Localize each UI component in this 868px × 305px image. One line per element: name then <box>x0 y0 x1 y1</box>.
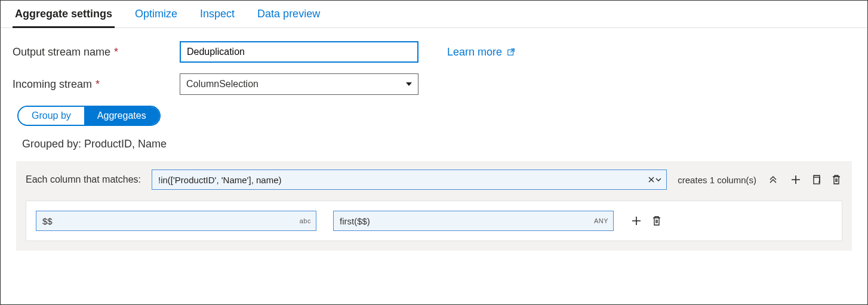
collapse-icon[interactable] <box>767 174 779 186</box>
svg-rect-1 <box>814 177 820 184</box>
incoming-stream-select[interactable]: ColumnSelection <box>180 73 418 95</box>
copy-icon[interactable] <box>810 174 822 186</box>
clear-dropdown-icon[interactable] <box>648 177 661 183</box>
type-tag-any: ANY <box>594 217 608 224</box>
required-asterisk: * <box>114 46 118 58</box>
match-row: Each column that matches: !in(['ProductI… <box>26 170 842 190</box>
column-mapping-row: $$ abc first($$) ANY <box>26 201 842 241</box>
incoming-stream-label: Incoming stream* <box>13 78 180 91</box>
required-asterisk: * <box>96 78 100 90</box>
output-stream-row: Output stream name* Learn more <box>13 41 855 63</box>
incoming-stream-row: Incoming stream* ColumnSelection <box>13 73 855 95</box>
tab-optimize[interactable]: Optimize <box>133 8 180 27</box>
row-action-icons <box>630 215 663 227</box>
type-tag-abc: abc <box>300 217 311 224</box>
tab-aggregate-settings[interactable]: Aggregate settings <box>13 8 115 28</box>
column-expression-input[interactable]: first($$) ANY <box>333 211 614 231</box>
tab-data-preview[interactable]: Data preview <box>255 8 322 27</box>
panel-action-icons <box>790 174 842 186</box>
external-link-icon <box>507 48 515 56</box>
add-icon[interactable] <box>790 174 802 186</box>
toggle-aggregates[interactable]: Aggregates <box>84 107 159 125</box>
toggle-group-by[interactable]: Group by <box>19 107 84 125</box>
aggregate-panel: Each column that matches: !in(['ProductI… <box>16 161 852 251</box>
add-icon[interactable] <box>630 215 642 227</box>
match-label: Each column that matches: <box>26 174 141 185</box>
column-name-input[interactable]: $$ abc <box>36 211 316 231</box>
settings-area: Output stream name* Learn more Incoming … <box>1 28 867 257</box>
delete-icon[interactable] <box>830 174 842 186</box>
learn-more-link[interactable]: Learn more <box>447 46 515 58</box>
match-expression-input[interactable]: !in(['ProductID', 'Name'], name) <box>152 170 667 190</box>
tab-inspect[interactable]: Inspect <box>198 8 237 27</box>
output-stream-label: Output stream name* <box>13 46 180 58</box>
output-stream-input[interactable] <box>180 41 418 63</box>
chevron-down-icon <box>406 82 412 86</box>
groupby-aggregates-toggle: Group by Aggregates <box>17 106 161 126</box>
grouped-by-text: Grouped by: ProductID, Name <box>22 138 855 150</box>
tab-bar: Aggregate settings Optimize Inspect Data… <box>1 1 867 28</box>
creates-columns-text: creates 1 column(s) <box>678 175 756 185</box>
delete-icon[interactable] <box>651 215 663 227</box>
